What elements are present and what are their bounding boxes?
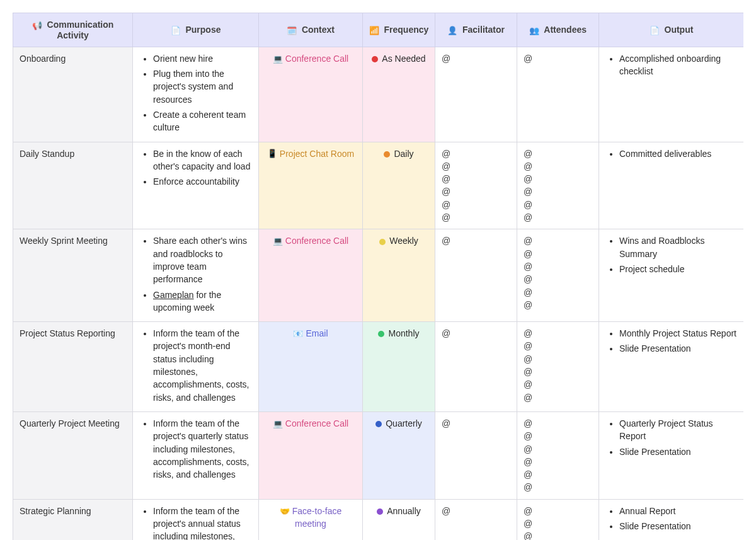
cell-attendees: @@@@@@ [517,499,599,540]
mention-placeholder[interactable]: @ [524,260,592,273]
purpose-item: Orient new hire [153,52,252,65]
context-label: Face-to-face meeting [292,506,342,529]
cell-context: 💻Conference Call [259,411,363,499]
context-label: Email [306,328,328,338]
purpose-item: Inform the team of the project's annual … [153,505,252,540]
cell-context: 💻Conference Call [259,47,363,142]
mention-placeholder[interactable]: @ [524,530,592,540]
mention-placeholder[interactable]: @ [524,430,592,442]
purpose-item: Create a coherent team culture [153,108,252,134]
mention-placeholder[interactable]: @ [524,185,592,198]
frequency-label: Daily [394,149,413,159]
context-label: Conference Call [285,236,348,246]
output-item: Monthly Project Status Report [619,327,737,340]
cell-activity: Weekly Sprint Meeting [13,229,133,322]
cell-attendees: @@@@@@ [517,142,599,229]
mention-placeholder[interactable]: @ [524,327,592,340]
output-item: Annual Report [619,505,737,517]
cell-context: 📱Project Chat Room [259,142,363,229]
mention-placeholder[interactable]: @ [524,273,592,285]
col-header-frequency: 📶 Frequency [363,13,435,47]
mention-placeholder[interactable]: @ [524,391,592,404]
mention-placeholder[interactable]: @ [524,173,592,185]
signal-icon: 📶 [369,26,379,35]
mention-placeholder[interactable]: @ [442,147,510,160]
purpose-item: Inform the team of the project's month-e… [153,327,252,404]
mention-placeholder[interactable]: @ [524,365,592,378]
table-row: OnboardingOrient new hirePlug them into … [13,47,744,142]
purpose-item: Be in the know of each other's capacity … [153,147,252,173]
mention-placeholder[interactable]: @ [524,198,592,211]
mention-placeholder[interactable]: @ [442,198,510,211]
purpose-item: Inform the team of the project's quarter… [153,417,252,481]
conference-icon: 💻 [273,54,283,66]
cell-facilitator: @ [435,411,517,499]
col-header-label: Output [665,25,694,35]
cell-output: Quarterly Project Status ReportSlide Pre… [599,411,744,499]
mention-placeholder[interactable]: @ [524,417,592,430]
frequency-label: As Needed [382,54,425,64]
cell-output: Committed deliverables [599,142,744,229]
mention-placeholder[interactable]: @ [524,286,592,299]
cell-purpose: Inform the team of the project's annual … [133,499,259,540]
cell-purpose: Inform the team of the project's quarter… [133,411,259,499]
mention-placeholder[interactable]: @ [524,481,592,493]
col-header-label: Frequency [384,25,429,35]
output-item: Project schedule [619,263,737,275]
mention-placeholder[interactable]: @ [524,234,592,247]
bullhorn-icon: 📢 [32,21,42,30]
purpose-item: Enforce accountability [153,175,252,188]
mention-placeholder[interactable]: @ [524,52,592,65]
mention-placeholder[interactable]: @ [524,505,592,517]
mention-placeholder[interactable]: @ [524,340,592,352]
col-header-context: 🗓️ Context [259,13,363,47]
cell-purpose: Inform the team of the project's month-e… [133,322,259,412]
output-item: Committed deliverables [619,147,737,160]
document-icon: 📄 [171,26,181,35]
mention-placeholder[interactable]: @ [442,160,510,173]
mention-placeholder[interactable]: @ [524,378,592,391]
output-item: Wins and Roadblocks Summary [619,234,737,260]
face-icon: 🤝 [280,506,290,518]
mention-placeholder[interactable]: @ [442,417,510,430]
context-label: Project Chat Room [280,149,354,159]
cell-output: Accomplished onboarding checklist [599,47,744,142]
mention-placeholder[interactable]: @ [442,185,510,198]
mention-placeholder[interactable]: @ [524,517,592,530]
frequency-label: Quarterly [386,418,422,428]
mention-placeholder[interactable]: @ [442,234,510,247]
conference-icon: 💻 [273,418,283,430]
table-row: Project Status ReportingInform the team … [13,322,744,412]
cell-activity: Daily Standup [13,142,133,229]
mention-placeholder[interactable]: @ [524,456,592,468]
mention-placeholder[interactable]: @ [442,173,510,185]
mention-placeholder[interactable]: @ [442,211,510,224]
mention-placeholder[interactable]: @ [442,327,510,340]
frequency-dot-icon [378,331,384,337]
mention-placeholder[interactable]: @ [442,52,510,65]
mention-placeholder[interactable]: @ [524,468,592,481]
cell-purpose: Orient new hirePlug them into the projec… [133,47,259,142]
cell-facilitator: @ [435,322,517,412]
cell-frequency: Annually [363,499,435,540]
mention-placeholder[interactable]: @ [442,505,510,517]
cell-frequency: Weekly [363,229,435,322]
col-header-activity: 📢 Communication Activity [13,13,133,47]
cell-context: 📧Email [259,322,363,412]
cell-activity: Project Status Reporting [13,322,133,412]
cell-activity: Onboarding [13,47,133,142]
mention-placeholder[interactable]: @ [524,353,592,365]
cell-purpose: Be in the know of each other's capacity … [133,142,259,229]
mention-placeholder[interactable]: @ [524,299,592,311]
context-label: Conference Call [285,54,348,64]
col-header-label: Attendees [544,25,587,35]
output-item: Slide Presentation [619,445,737,458]
mention-placeholder[interactable]: @ [524,443,592,456]
mention-placeholder[interactable]: @ [524,160,592,173]
mention-placeholder[interactable]: @ [524,147,592,160]
mention-placeholder[interactable]: @ [524,211,592,224]
mention-placeholder[interactable]: @ [524,248,592,260]
cell-output: Wins and Roadblocks SummaryProject sched… [599,229,744,322]
cell-purpose: Share each other's wins and roadblocks t… [133,229,259,322]
calendar-icon: 🗓️ [287,26,297,35]
